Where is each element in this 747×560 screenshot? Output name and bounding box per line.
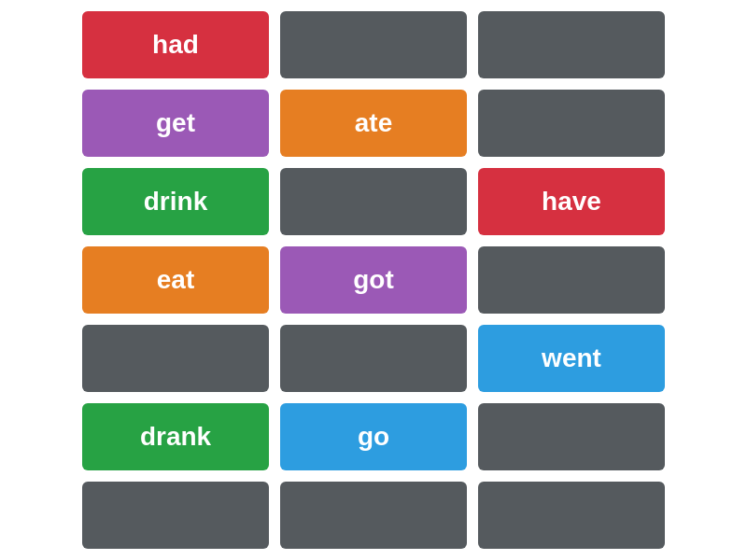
- tile-r4c2[interactable]: went: [478, 325, 665, 392]
- tile-r4c0: [82, 325, 269, 392]
- tile-r6c0: [82, 482, 269, 549]
- tile-r3c2: [478, 246, 665, 314]
- word-grid: hadgetatedrinkhaveeatgotwentdrankgo: [63, 0, 684, 560]
- tile-r0c1: [280, 11, 467, 78]
- tile-r1c0[interactable]: get: [82, 90, 269, 157]
- tile-r3c0[interactable]: eat: [82, 246, 269, 314]
- tile-r5c2: [478, 403, 665, 470]
- tile-r6c2: [478, 482, 665, 549]
- tile-r0c2: [478, 11, 665, 78]
- tile-r6c1: [280, 482, 467, 549]
- tile-r1c2: [478, 90, 665, 157]
- tile-r2c2[interactable]: have: [478, 168, 665, 235]
- tile-r4c1: [280, 325, 467, 392]
- tile-r1c1[interactable]: ate: [280, 90, 467, 157]
- tile-r5c1[interactable]: go: [280, 403, 467, 470]
- tile-r2c0[interactable]: drink: [82, 168, 269, 235]
- tile-r5c0[interactable]: drank: [82, 403, 269, 470]
- tile-r3c1[interactable]: got: [280, 246, 467, 314]
- tile-r2c1: [280, 168, 467, 235]
- tile-r0c0[interactable]: had: [82, 11, 269, 78]
